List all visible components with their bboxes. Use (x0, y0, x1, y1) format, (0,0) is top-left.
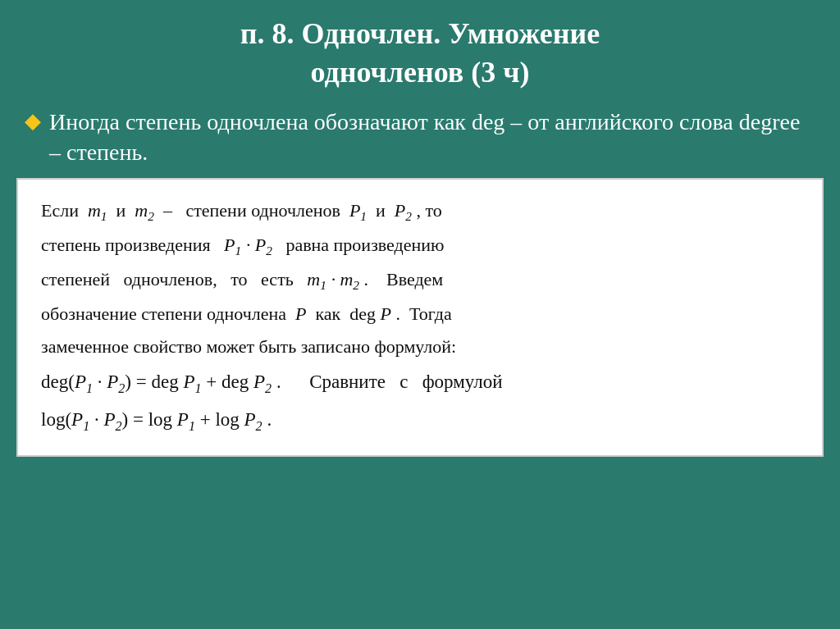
line3: степеней одночленов, то есть m1 · m2 . В… (41, 265, 799, 296)
content-text: Если m1 и m2 – степени одночленов P1 и P… (41, 196, 799, 437)
bullet-text: Иногда степень одночлена обозначают как … (49, 107, 815, 169)
line5: замеченное свойство может быть записано … (41, 332, 799, 362)
bullet-item: ◆ Иногда степень одночлена обозначают ка… (25, 107, 815, 169)
title: п. 8. Одночлен. Умножение одночленов (3 … (33, 15, 807, 92)
line2: степень произведения P1 · P2 равна произ… (41, 230, 799, 262)
diamond-icon: ◆ (25, 108, 41, 134)
header: п. 8. Одночлен. Умножение одночленов (3 … (0, 0, 840, 100)
line4: обозначение степени одночлена P как deg … (41, 299, 799, 329)
bullet-section: ◆ Иногда степень одночлена обозначают ка… (0, 100, 840, 179)
line1: Если m1 и m2 – степени одночленов P1 и P… (41, 196, 799, 227)
content-box: Если m1 и m2 – степени одночленов P1 и P… (16, 178, 824, 457)
formula2-line: log(P1 · P2) = log P1 + log P2 . (41, 404, 799, 437)
formula1-line: deg(P1 · P2) = deg P1 + deg P2 . Сравнит… (41, 367, 799, 399)
